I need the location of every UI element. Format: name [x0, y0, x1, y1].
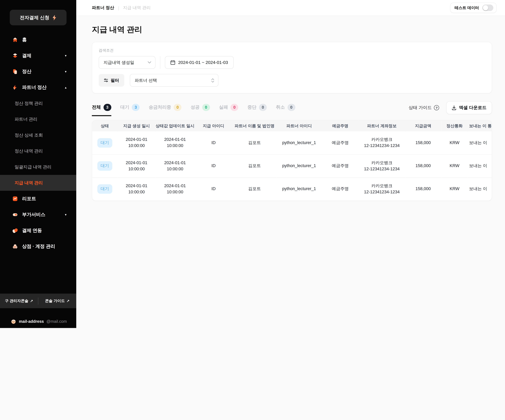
breadcrumb-divider: |	[118, 5, 119, 10]
cell-payout-id: ID	[194, 155, 233, 177]
filter-button[interactable]: 필터	[99, 74, 124, 87]
test-data-label: 테스트 데이터	[454, 5, 479, 11]
sidebar-item-settlement[interactable]: 정산 ▾	[0, 64, 76, 80]
sidebar-subitem-settlement-policy[interactable]: 정산 정책 관리	[0, 95, 76, 111]
tab-waiting[interactable]: 대기 3	[120, 104, 140, 112]
cell-holder: 예금주명	[322, 155, 359, 177]
filter-icon	[104, 79, 108, 82]
cell-sender: 보내는 이	[468, 131, 492, 154]
status-guide-link[interactable]: 상태 가이드 ?	[409, 105, 439, 111]
topbar: 파트너 정산 | 지급 내역 관리 테스트 데이터	[76, 0, 505, 16]
sidebar-subitem-partner-management[interactable]: 파트너 관리	[0, 111, 76, 127]
subitem-label: 정산 상세 조회	[15, 132, 43, 138]
payout-table-card: 상태 지급 생성 일시 상태값 업데이트 일시 지급 아이디 파트너 이름 및 …	[92, 120, 492, 201]
chevron-down-icon: ▾	[65, 54, 67, 57]
sidebar-subitem-settlement-detail[interactable]: 정산 상세 조회	[0, 127, 76, 143]
chevron-down-icon: ▾	[65, 213, 67, 216]
tab-failed[interactable]: 실패 0	[219, 104, 239, 112]
col-payout-id: 지급 아이디	[194, 120, 233, 131]
table-row[interactable]: 대기 2024-01-01 10:00:00 2024-01-01 10:00:…	[92, 155, 492, 177]
subitem-label: 정산 정책 관리	[15, 100, 43, 106]
status-tabs-row: 전체 3 대기 3 송금처리중 0 성공 0 실패 0	[92, 101, 492, 114]
cell-holder: 예금주명	[322, 131, 359, 154]
tab-cancelled[interactable]: 취소 0	[276, 104, 295, 112]
test-data-toggle[interactable]	[482, 5, 493, 11]
cell-created: 2024-01-01 10:00:00	[117, 177, 156, 201]
cta-label: 전자결제 신청	[20, 14, 49, 21]
tab-label: 성공	[191, 105, 200, 110]
lightning-icon	[52, 15, 57, 20]
sidebar-item-label: 결제 연동	[22, 227, 42, 234]
col-currency: 정산통화	[441, 120, 468, 131]
tab-label: 실패	[219, 105, 228, 110]
app-viewport: 전자결제 신청 홈 결제 ▾	[0, 0, 505, 328]
cell-updated: 2024-01-01 10:00:00	[156, 177, 194, 201]
sidebar-item-partner-settlement[interactable]: 파트너 정산 ▴	[0, 80, 76, 95]
cell-currency: KRW	[441, 131, 468, 154]
addon-services-icon	[12, 212, 18, 217]
cell-payout-id: ID	[194, 131, 233, 154]
chevron-down-icon: ▾	[65, 70, 67, 73]
calendar-icon	[170, 60, 175, 65]
sidebar-item-addon-services[interactable]: 부가서비스 ▾	[0, 207, 76, 223]
sidebar-item-payment-integration[interactable]: 결제 연동	[0, 223, 76, 238]
search-card: 검색조건 지급내역 생성일 2024-01-01 ~ 2	[92, 42, 492, 94]
excel-label: 엑셀 다운로드	[459, 105, 486, 111]
cell-created: 2024-01-01 10:00:00	[117, 155, 156, 177]
payout-table: 상태 지급 생성 일시 상태값 업데이트 일시 지급 아이디 파트너 이름 및 …	[92, 120, 492, 201]
sidebar-item-home[interactable]: 홈	[0, 32, 76, 48]
status-tabs: 전체 3 대기 3 송금처리중 0 성공 0 실패 0	[92, 104, 295, 112]
sidebar-footer: 구 관리자콘솔 ↗ 콘솔 가이드 ↗	[0, 294, 76, 308]
tab-label: 전체	[92, 105, 101, 110]
sidebar-item-payments[interactable]: 결제 ▾	[0, 48, 76, 63]
excel-download-button[interactable]: 엑셀 다운로드	[446, 101, 492, 114]
vertical-divider	[160, 56, 160, 69]
tab-stopped[interactable]: 중단 0	[247, 104, 267, 112]
sidebar-item-report[interactable]: 리포트	[0, 191, 76, 207]
sidebar-item-label: 파트너 정산	[22, 84, 47, 90]
sidebar-subitem-bulk-payout-history[interactable]: 일괄지급 내역 관리	[0, 159, 76, 175]
report-icon	[12, 196, 18, 201]
date-type-select[interactable]: 지급내역 생성일	[99, 56, 155, 69]
cell-partner-id: python_lecturer_1	[277, 177, 322, 201]
payment-integration-icon	[12, 228, 18, 233]
date-range-button[interactable]: 2024-01-01 ~ 2024-01-03	[165, 56, 234, 69]
table-row[interactable]: 대기 2024-01-01 10:00:00 2024-01-01 10:00:…	[92, 131, 492, 154]
tab-all[interactable]: 전체 3	[92, 104, 111, 112]
status-guide-label: 상태 가이드	[409, 105, 432, 111]
sidebar-subitem-settlement-history[interactable]: 정산 내역 관리	[0, 143, 76, 159]
partner-select[interactable]: 파트너 선택	[130, 74, 218, 87]
console-guide-link[interactable]: 콘솔 가이드 ↗	[38, 294, 76, 308]
avatar	[11, 319, 16, 324]
link-label: 구 관리자콘솔	[5, 298, 28, 303]
cell-partner-name: 김포트	[233, 155, 277, 177]
table-row[interactable]: 대기 2024-01-01 10:00:00 2024-01-01 10:00:…	[92, 177, 492, 201]
page-title: 지급 내역 관리	[92, 24, 492, 35]
cell-amount: 158,000	[405, 177, 441, 201]
cell-sender: 보내는 이	[468, 155, 492, 177]
user-email-domain: @mail.com	[46, 319, 67, 324]
col-sender: 보내는 이 통	[468, 120, 492, 131]
home-icon	[12, 37, 18, 43]
updown-chevron-icon	[211, 78, 214, 83]
legacy-console-link[interactable]: 구 관리자콘솔 ↗	[0, 294, 38, 308]
tab-label: 송금처리중	[149, 105, 171, 110]
subitem-label: 일괄지급 내역 관리	[15, 164, 51, 170]
col-amount: 지급금액	[405, 120, 441, 131]
tab-processing[interactable]: 송금처리중 0	[149, 104, 182, 112]
link-label: 콘솔 가이드	[45, 298, 65, 303]
cell-amount: 158,000	[405, 155, 441, 177]
breadcrumb-section[interactable]: 파트너 정산	[92, 5, 114, 11]
sidebar-subitem-payout-history[interactable]: 지급 내역 관리	[0, 175, 76, 191]
tab-success[interactable]: 성공 0	[191, 104, 210, 112]
subitem-label: 파트너 관리	[15, 116, 37, 122]
user-account[interactable]: mail-address @mail.com	[11, 319, 67, 324]
partner-select-value: 파트너 선택	[135, 77, 211, 83]
tab-count-badge: 0	[174, 104, 182, 111]
chevron-up-icon: ▴	[65, 86, 67, 89]
sidebar-item-store-account[interactable]: 상점 · 계정 관리	[0, 238, 76, 254]
tab-count-badge: 0	[259, 104, 267, 111]
cell-status: 대기	[92, 131, 117, 154]
e-payment-apply-button[interactable]: 전자결제 신청	[10, 10, 66, 25]
user-email-name: mail-address	[19, 319, 44, 324]
